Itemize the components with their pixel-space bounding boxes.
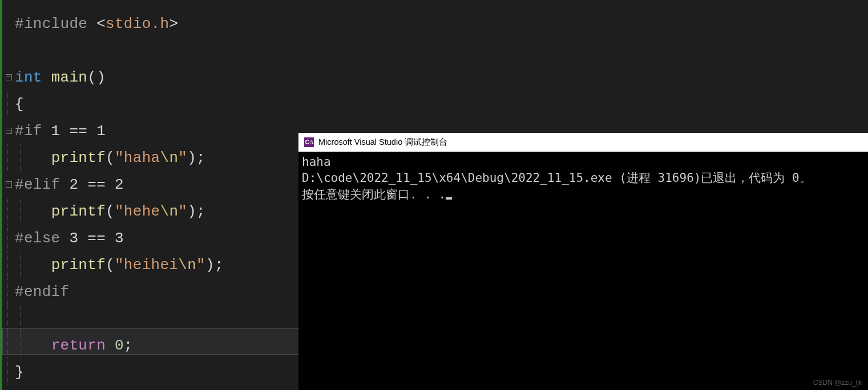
fold-gutter[interactable]: − xyxy=(2,181,15,188)
console-line: D:\code\2022_11_15\x64\Debug\2022_11_15.… xyxy=(302,170,865,186)
collapse-icon[interactable]: − xyxy=(6,74,12,80)
fold-gutter[interactable]: − xyxy=(2,74,15,80)
code-text: } xyxy=(15,364,24,381)
fold-gutter[interactable]: − xyxy=(2,128,15,134)
code-line[interactable]: − int main() xyxy=(2,64,868,91)
code-line[interactable] xyxy=(2,37,868,64)
debug-console-window[interactable]: C:\ Microsoft Visual Studio 调试控制台 haha D… xyxy=(298,133,868,390)
cursor-icon xyxy=(446,197,452,200)
code-line[interactable]: { xyxy=(2,91,868,117)
code-text: int main() xyxy=(15,69,106,86)
watermark: CSDN @zzu_ljk xyxy=(813,379,862,387)
code-text: #if 1 == 1 xyxy=(15,123,106,140)
collapse-icon[interactable]: − xyxy=(6,181,12,188)
code-text: printf("hehe\n"); xyxy=(15,203,205,220)
code-text: return 0; xyxy=(15,337,133,354)
vs-icon: C:\ xyxy=(304,137,314,147)
code-text: #elif 2 == 2 xyxy=(15,176,124,193)
console-output[interactable]: haha D:\code\2022_11_15\x64\Debug\2022_1… xyxy=(298,152,868,205)
console-line: haha xyxy=(302,154,865,170)
code-line[interactable]: #include <stdio.h> xyxy=(2,10,868,37)
code-text: #else 3 == 3 xyxy=(15,230,124,247)
code-text: { xyxy=(15,96,24,113)
console-title: Microsoft Visual Studio 调试控制台 xyxy=(318,137,447,148)
code-text: #include <stdio.h> xyxy=(15,15,178,32)
collapse-icon[interactable]: − xyxy=(6,128,12,134)
console-line: 按任意键关闭此窗口. . . xyxy=(302,186,865,202)
code-text: #endif xyxy=(15,283,69,300)
code-text: printf("heihei\n"); xyxy=(15,257,224,274)
console-titlebar[interactable]: C:\ Microsoft Visual Studio 调试控制台 xyxy=(298,133,868,152)
code-text: printf("haha\n"); xyxy=(15,149,205,166)
